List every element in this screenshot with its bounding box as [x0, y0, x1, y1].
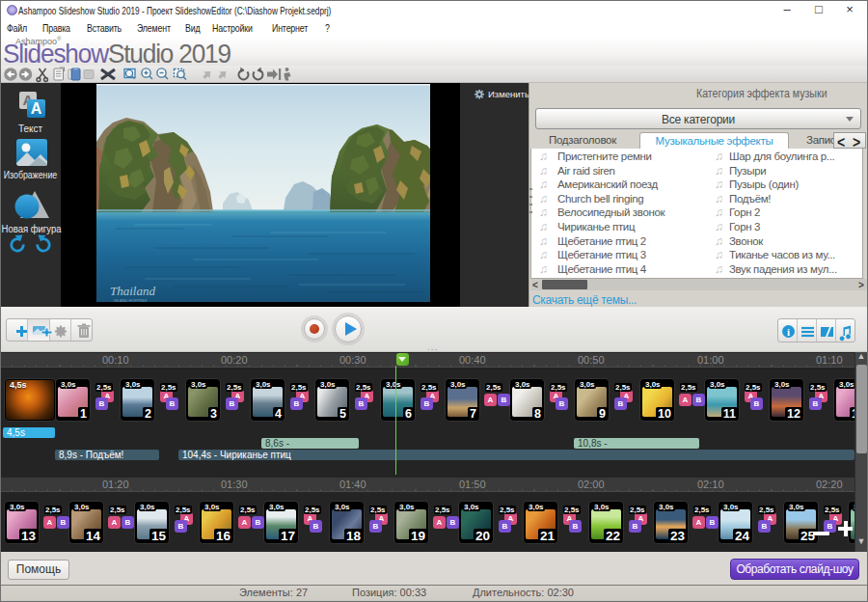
svg-text:A: A [31, 100, 42, 117]
svg-text:Thailand: Thailand [110, 284, 155, 298]
svg-text:i: i [787, 326, 790, 338]
svg-text:ISLAND HOPPING: ISLAND HOPPING [114, 298, 147, 302]
